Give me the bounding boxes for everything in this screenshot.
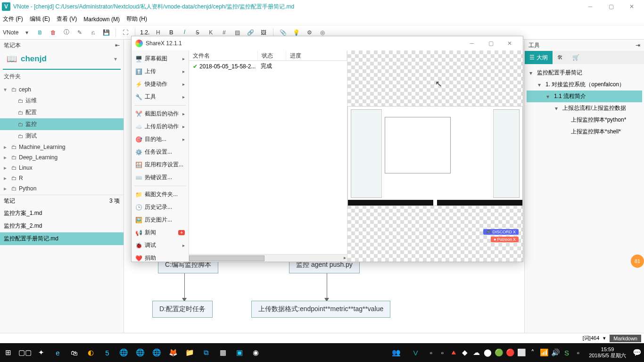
minimize-button[interactable]: ─ [580,0,601,13]
folder-item[interactable]: ▸🗀Deep_Learning [0,152,124,163]
sharex-side-item[interactable]: ✂️截图后的动作▸ [132,107,189,120]
edit-icon[interactable]: ✎ [75,28,84,37]
folder-item[interactable]: ▸🗀Machine_Learning [0,142,124,152]
outline-item[interactable]: ▾1.1 流程简介 [527,90,642,102]
tray-icon[interactable]: ◆ [461,343,469,362]
sharex-side-item[interactable]: ❤️捐助 [132,252,189,262]
folder-item[interactable]: 🗀配置 [0,107,124,118]
sharex-side-item[interactable]: 🖼️历史图片... [132,214,189,226]
heading-level[interactable]: 1.2. [140,29,149,36]
sharex-side-item[interactable]: 🕒历史记录... [132,201,189,214]
ie-icon[interactable]: e [50,343,66,362]
tray-icon[interactable]: ☁ [472,343,480,362]
outline-item[interactable]: 上报监控脚本*python* [527,114,642,126]
tray-icon[interactable]: ▫ [427,343,435,362]
tray-icon[interactable]: 🟢 [495,343,503,362]
menu-help[interactable]: 帮助 (H) [126,15,147,23]
powershell-icon[interactable]: ⧉ [198,343,215,362]
menu-file[interactable]: 文件 (F) [3,15,23,23]
close-button[interactable]: ✕ [621,0,642,13]
sharex-side-item[interactable]: 🎯目的地...▸ [132,133,189,146]
chevron-down-icon[interactable]: ▾ [22,28,32,37]
sharex-row[interactable]: ✔ 2018-05-05_15-58-2... 完成 [189,61,347,72]
discard-icon[interactable]: ⎌ [88,28,98,37]
clock[interactable]: 15:59 2018/5/5 星期六 [585,346,630,359]
scrollbar-thumb[interactable] [189,255,264,261]
sharex-minimize-button[interactable]: ─ [462,36,481,50]
tab-outline[interactable]: ☰ 大纲 [525,51,553,64]
people-icon[interactable]: 👥 [388,343,405,362]
outline-item[interactable]: 上报监控脚本*shell* [527,126,642,138]
note-item[interactable]: 监控方案_2.md [0,220,124,232]
save-icon[interactable]: 💾 [101,28,111,37]
app-icon[interactable]: ▦ [215,343,231,362]
tab-tool2[interactable]: 🛠 [553,51,568,64]
tray-icon[interactable]: ▫ [574,343,582,362]
expand-icon[interactable]: ⛶ [121,28,130,37]
notification-badge[interactable]: 81 [631,255,644,268]
outline-item[interactable]: ▾监控配置手册简记 [527,67,642,79]
sharex-side-item[interactable]: 🪟应用程序设置... [132,158,189,171]
sharex-side-item[interactable]: ⌨️热键设置... [132,171,189,184]
outline-item[interactable]: ▾上报总流程/上报监控数据 [527,102,642,114]
vnote-tray-icon[interactable]: V [407,343,424,362]
status-chevron-icon[interactable]: ▾ [603,335,606,341]
notebook-selector[interactable]: 📖 chenjd ▾ [3,51,121,70]
new-note-icon[interactable]: 🗎 [35,28,45,37]
explorer-icon[interactable]: 📁 [182,343,198,362]
col-file[interactable]: 文件名 [189,50,258,60]
sharex-side-item[interactable]: ☁️上传后的动作▸ [132,120,189,133]
folder-item[interactable]: 🗀运维 [0,95,124,107]
chrome-icon[interactable]: 🌐 [116,343,132,362]
firefox-icon[interactable]: 🦊 [165,343,182,362]
sharex-side-item[interactable]: 📢新闻+ [132,226,189,239]
tray-chevron-icon[interactable]: ˄ [528,343,537,362]
note-item[interactable]: 监控方案_1.md [0,207,124,220]
notifications-icon[interactable]: 💬 [633,343,641,362]
sharex-side-item[interactable]: 🔧工具▸ [132,90,189,103]
chrome-icon[interactable]: 🌐 [132,343,149,362]
folder-item[interactable]: ▸🗀Linux [0,163,124,173]
menu-markdown[interactable]: Markdown (M) [83,16,120,23]
app-icon[interactable]: 5 [99,343,116,362]
folder-item[interactable]: 🗀监控 [0,118,124,130]
delete-icon[interactable]: 🗑 [49,28,58,37]
tray-icon[interactable]: ▫ [438,343,446,362]
sharex-close-button[interactable]: ✕ [500,36,519,50]
sharex-side-item[interactable]: ⚡快捷动作▸ [132,78,189,90]
info-icon[interactable]: ⓘ [62,28,71,37]
ime-icon[interactable]: S [562,343,571,362]
folder-item[interactable]: ▸🗀Python [0,183,124,194]
app-icon[interactable]: ◉ [248,343,264,362]
app-icon[interactable]: ✦ [33,343,50,362]
menu-view[interactable]: 查看 (V) [57,15,77,23]
sharex-side-item[interactable]: 📁截图文件夹... [132,188,189,201]
tray-icon[interactable]: 🔺 [449,343,458,362]
note-item[interactable]: 监控配置手册简记.md [0,232,124,245]
taskview-icon[interactable]: ▢▢ [17,343,33,362]
outline-item[interactable]: ▾1. 对接监控系统（openfalcon） [527,79,642,90]
col-progress[interactable]: 进度 [286,50,347,60]
maximize-button[interactable]: ▢ [601,0,621,13]
menu-edit[interactable]: 编辑 (E) [30,15,50,23]
chrome-icon[interactable]: 🌐 [149,343,165,362]
sharex-side-item[interactable]: ⚙️任务设置... [132,146,189,158]
sharex-side-item[interactable]: 🖥️屏幕截图▸ [132,52,189,65]
tray-icon[interactable]: ⬤ [483,343,492,362]
start-button[interactable]: ⊞ [0,343,17,362]
tab-cart[interactable]: 🛒 [568,51,584,64]
panel-collapse-icon[interactable]: ⇥ [636,42,640,49]
volume-icon[interactable]: 🔊 [551,343,560,362]
tray-icon[interactable]: ⬜ [517,343,526,362]
tray-icon[interactable]: 🔴 [506,343,514,362]
folder-item[interactable]: ▸🗀R [0,173,124,183]
scroll-right-icon[interactable]: ▸ [344,255,346,260]
sharex-side-item[interactable]: 🐞调试▸ [132,239,189,252]
panel-collapse-icon[interactable]: ⇤ [115,42,120,49]
folder-item[interactable]: ▾🗀ceph [0,84,124,95]
wifi-icon[interactable]: 📶 [540,343,548,362]
sharex-scrollbar[interactable]: ▸ [189,254,347,262]
col-status[interactable]: 状态 [258,50,286,60]
store-icon[interactable]: 🛍 [66,343,83,362]
app-icon[interactable]: ◐ [83,343,99,362]
